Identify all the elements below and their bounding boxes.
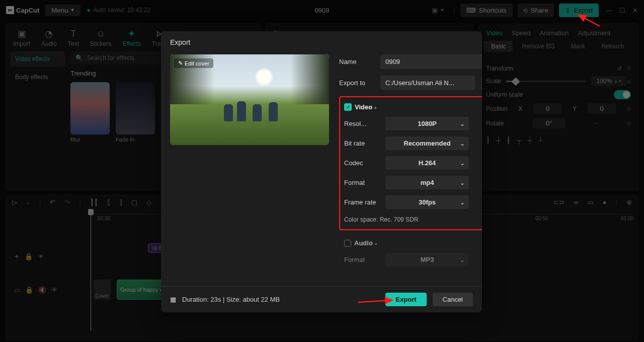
audio-section-title: Audio bbox=[354, 239, 373, 247]
browse-folder-button[interactable]: 🗀 bbox=[481, 75, 482, 90]
edit-cover-button[interactable]: ✎ Edit cover bbox=[174, 58, 213, 68]
audio-checkbox[interactable] bbox=[344, 240, 351, 247]
modal-preview-column: ✎ Edit cover bbox=[170, 54, 329, 286]
film-icon: ▦ bbox=[170, 296, 176, 303]
name-label: Name bbox=[339, 58, 374, 65]
audio-format-select: MP3 bbox=[385, 253, 469, 266]
name-input[interactable] bbox=[380, 54, 482, 69]
bitrate-select[interactable]: Recommended bbox=[385, 136, 469, 150]
cancel-button[interactable]: Cancel bbox=[433, 293, 473, 306]
export-modal: Export ✎ Edit cover Name Export to bbox=[161, 31, 482, 312]
audio-export-section: Audio ▴ Format MP3 bbox=[339, 239, 482, 266]
format-select[interactable]: mp4 bbox=[385, 176, 469, 189]
resolution-select[interactable]: 1080P bbox=[385, 117, 469, 130]
framerate-select[interactable]: 30fps bbox=[385, 195, 469, 209]
export-info: Duration: 23s | Size: about 22 MB bbox=[182, 296, 280, 303]
bitrate-label: Bit rate bbox=[344, 140, 379, 147]
format-label: Format bbox=[344, 179, 379, 186]
resolution-label: Resol... bbox=[344, 120, 379, 127]
modal-title: Export bbox=[161, 31, 482, 51]
audio-format-label: Format bbox=[344, 256, 379, 263]
modal-footer: ▦ Duration: 23s | Size: about 22 MB Expo… bbox=[161, 286, 482, 312]
pencil-icon: ✎ bbox=[178, 60, 183, 66]
colorspace-info: Color space: Rec. 709 SDR bbox=[344, 216, 482, 223]
exportto-input[interactable] bbox=[380, 76, 475, 90]
video-section-title: Video bbox=[355, 103, 372, 111]
codec-label: Codec bbox=[344, 159, 379, 167]
export-preview: ✎ Edit cover bbox=[170, 54, 329, 145]
video-checkbox[interactable]: ✓ bbox=[344, 103, 352, 111]
modal-settings-column: Name Export to 🗀 ✓ Video ▴ Resol... 1080… bbox=[339, 54, 482, 286]
chevron-up-icon[interactable]: ▴ bbox=[374, 105, 377, 110]
codec-select[interactable]: H.264 bbox=[385, 156, 469, 170]
export-button[interactable]: Export bbox=[385, 293, 426, 306]
video-export-section: ✓ Video ▴ Resol... 1080P Bit rate Recomm… bbox=[339, 96, 482, 230]
chevron-up-icon[interactable]: ▴ bbox=[375, 241, 377, 246]
framerate-label: Frame rate bbox=[344, 198, 379, 206]
exportto-label: Export to bbox=[339, 79, 374, 87]
